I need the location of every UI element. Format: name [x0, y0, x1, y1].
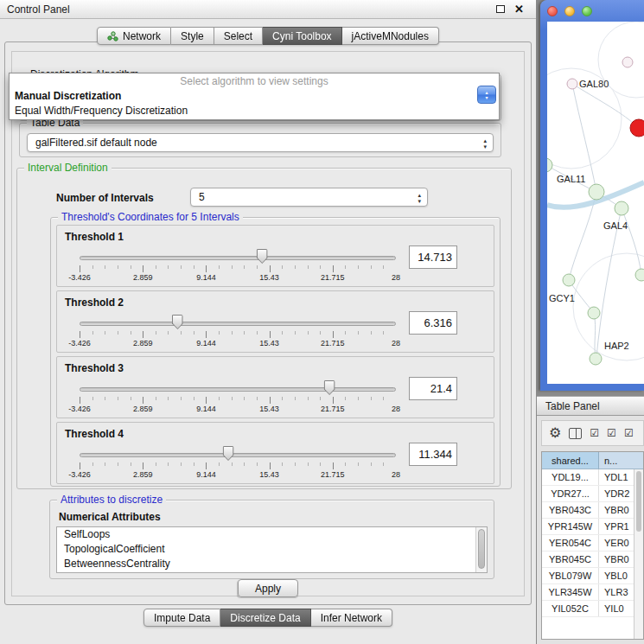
slider-track[interactable] [80, 387, 396, 392]
network-node[interactable] [563, 274, 575, 286]
slider-thumb[interactable] [223, 446, 234, 461]
table-row[interactable]: YBL079WYBL0 [542, 568, 643, 584]
table-data-group: Table Data galFiltered.sif default node … [19, 123, 501, 157]
table-cell[interactable]: YDR27... [542, 486, 599, 501]
network-node[interactable] [615, 201, 628, 215]
network-node[interactable] [589, 184, 604, 200]
node-label: HAP2 [604, 341, 629, 351]
slider-ticks [80, 331, 396, 338]
network-node[interactable] [590, 353, 602, 365]
attribute-list-item[interactable]: TopologicalCoefficient [57, 542, 487, 557]
control-panel-titlebar[interactable]: Control Panel ✕ [0, 0, 536, 19]
attributes-group-title: Attributes to discretize [57, 494, 166, 507]
numerical-attributes-list[interactable]: SelfLoopsTopologicalCoefficientBetweenne… [56, 526, 488, 573]
network-node[interactable] [630, 119, 644, 137]
table-cell[interactable]: YER054C [542, 535, 599, 551]
threshold-slider[interactable]: -3.4262.8599.14415.4321.71528 [80, 379, 396, 416]
network-node[interactable] [567, 79, 577, 89]
network-canvas[interactable]: GAL80GAL11GAL4GCY1HAP2 [547, 22, 644, 384]
threshold-slider[interactable]: -3.4262.8599.14415.4321.71528 [80, 314, 396, 350]
scale-label: 28 [392, 339, 400, 348]
slider-track[interactable] [80, 322, 396, 326]
attributes-scrollbar[interactable] [475, 527, 487, 572]
slider-thumb[interactable] [324, 380, 335, 395]
network-node[interactable] [635, 269, 644, 281]
column-header-name[interactable]: n... [599, 452, 643, 469]
gear-icon[interactable]: ⚙ [549, 426, 561, 440]
combo-arrows-icon: ▴▾ [483, 137, 487, 150]
table-cell[interactable]: YBR043C [542, 502, 599, 518]
tab-infer-network[interactable]: Infer Network [311, 609, 392, 627]
tab-select[interactable]: Select [214, 27, 263, 45]
num-intervals-combobox[interactable]: 5 ▴▾ [190, 188, 428, 207]
tab-style[interactable]: Style [171, 27, 214, 45]
algorithm-combobox-button[interactable]: ▴▾ [477, 86, 496, 104]
table-data-combobox[interactable]: galFiltered.sif default node ▴▾ [27, 133, 494, 152]
dropdown-option[interactable]: Manual Discretization [10, 88, 499, 103]
scrollbar-thumb[interactable] [478, 529, 485, 569]
dropdown-option[interactable]: Equal Width/Frequency Discretization [10, 103, 499, 118]
table-row[interactable]: YDR27...YDR2 [542, 486, 643, 502]
threshold-value-field[interactable]: 14.713 [409, 245, 457, 269]
checkbox-icon[interactable]: ☑ [607, 428, 616, 438]
dropdown-placeholder-option[interactable]: Select algorithm to view settings [10, 73, 499, 88]
table-row[interactable]: YIL052CYIL0 [542, 601, 643, 617]
threshold-value-field[interactable]: 21.4 [409, 377, 457, 400]
column-header-shared-name[interactable]: shared... [542, 452, 599, 469]
table-header-row: shared... n... [542, 452, 643, 469]
table-row[interactable]: YLR345WYLR3 [542, 584, 643, 601]
table-cell[interactable]: YLR345W [542, 584, 599, 600]
scale-label: 2.859 [133, 405, 153, 413]
float-window-icon[interactable] [496, 5, 505, 13]
network-node[interactable] [622, 57, 633, 67]
scale-label: 9.144 [196, 470, 216, 479]
table-scrollbar[interactable] [634, 469, 643, 639]
tab-jactivemnodules[interactable]: jActiveMNodules [342, 27, 439, 45]
table-row[interactable]: YPR145WYPR1 [542, 519, 643, 535]
apply-button[interactable]: Apply [238, 579, 298, 597]
threshold-value-field[interactable]: 11.344 [409, 443, 457, 466]
tab-cyni-toolbox[interactable]: Cyni Toolbox [263, 27, 341, 45]
table-row[interactable]: YBR045CYBR0 [542, 552, 643, 568]
discretize-data-content: Discretization Algorithm Table Data galF… [11, 51, 525, 596]
minimize-traffic-light-icon[interactable] [564, 6, 575, 16]
thresholds-group: Threshold's Coordinates for 5 Intervals … [50, 217, 501, 487]
network-node[interactable] [588, 307, 600, 319]
zoom-traffic-light-icon[interactable] [582, 6, 592, 16]
slider-thumb[interactable] [257, 249, 268, 264]
slider-thumb[interactable] [172, 315, 183, 329]
table-row[interactable]: YER054CYER0 [542, 535, 643, 552]
tab-discretize-data[interactable]: Discretize Data [220, 609, 310, 627]
slider-track[interactable] [80, 453, 396, 457]
attribute-list-item[interactable]: SelfLoops [57, 527, 487, 542]
checkbox-icon[interactable]: ☑ [590, 428, 599, 438]
table-row[interactable]: YBR043CYBR0 [542, 502, 643, 519]
columns-icon[interactable] [569, 428, 582, 439]
table-cell[interactable]: YDL19... [542, 469, 599, 485]
num-intervals-value: 5 [199, 191, 205, 203]
tab-label: Select [224, 30, 252, 42]
close-icon[interactable]: ✕ [514, 3, 524, 15]
table-cell[interactable]: YBL079W [542, 568, 599, 583]
attribute-list-item[interactable]: BetweennessCentrality [57, 557, 487, 571]
table-row[interactable]: YDL19...YDL1 [542, 469, 643, 486]
threshold-value-field[interactable]: 6.316 [409, 311, 457, 335]
scale-label: -3.426 [68, 405, 91, 413]
checkbox-icon[interactable]: ☑ [624, 428, 634, 438]
slider-track[interactable] [80, 256, 396, 260]
interval-definition-group: Interval Definition Number of Intervals … [16, 168, 512, 489]
threshold-slider[interactable]: -3.4262.8599.14415.4321.71528 [80, 248, 396, 284]
tab-impute-data[interactable]: Impute Data [143, 609, 220, 627]
table-cell[interactable]: YIL052C [542, 601, 599, 616]
close-traffic-light-icon[interactable] [547, 6, 558, 16]
table-cell[interactable]: YPR145W [542, 519, 599, 534]
tab-label: Infer Network [321, 612, 382, 624]
scrollbar-thumb[interactable] [636, 471, 641, 532]
slider-scale-labels: -3.4262.8599.14415.4321.71528 [80, 339, 396, 349]
table-panel-header[interactable]: Table Panel [537, 396, 644, 416]
threshold-slider[interactable]: -3.4262.8599.14415.4321.71528 [80, 445, 396, 481]
network-view-window[interactable]: GAL80GAL11GAL4GCY1HAP2 [540, 0, 644, 391]
tab-network[interactable]: Network [97, 27, 171, 45]
network-node[interactable] [547, 158, 552, 172]
table-cell[interactable]: YBR045C [542, 552, 599, 567]
